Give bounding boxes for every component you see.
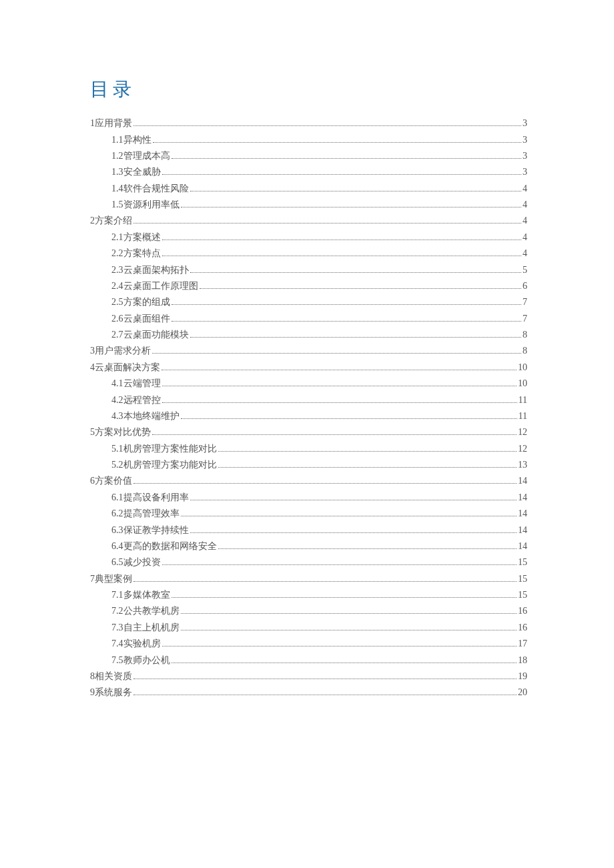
toc-entry[interactable]: 6方案价值14 bbox=[90, 473, 527, 489]
toc-entry-page: 16 bbox=[518, 606, 527, 616]
toc-entry-page: 14 bbox=[518, 526, 527, 535]
toc-entry-page: 16 bbox=[518, 623, 527, 632]
toc-entry-label: 7.1多媒体教室 bbox=[111, 590, 170, 600]
toc-entry-page: 4 bbox=[523, 233, 527, 242]
toc-dots bbox=[181, 510, 517, 516]
toc-entry-label: 6.3保证教学持续性 bbox=[111, 526, 189, 535]
toc-dots bbox=[172, 592, 517, 598]
toc-entry[interactable]: 1.3安全威胁3 bbox=[90, 164, 527, 180]
toc-entry-label: 2.4云桌面工作原理图 bbox=[111, 282, 198, 291]
toc-entry[interactable]: 5.2机房管理方案功能对比13 bbox=[90, 457, 527, 473]
toc-entry[interactable]: 6.5减少投资15 bbox=[90, 554, 527, 570]
toc-entry-label: 1.5资源利用率低 bbox=[111, 200, 180, 209]
toc-entry[interactable]: 7.1多媒体教室15 bbox=[90, 587, 527, 603]
toc-dots bbox=[133, 673, 517, 679]
toc-dots bbox=[172, 315, 522, 321]
toc-dots bbox=[162, 640, 517, 646]
toc-dots bbox=[133, 218, 521, 224]
toc-entry-page: 3 bbox=[523, 119, 527, 128]
toc-dots bbox=[218, 462, 517, 468]
toc-entry-label: 2.7云桌面功能模块 bbox=[111, 330, 189, 340]
toc-entry-page: 3 bbox=[523, 167, 527, 177]
toc-dots bbox=[172, 153, 522, 159]
toc-entry-label: 4云桌面解决方案 bbox=[90, 363, 160, 372]
toc-entry-label: 7典型案例 bbox=[90, 574, 132, 584]
toc-entry[interactable]: 5方案对比优势12 bbox=[90, 424, 527, 440]
toc-entry[interactable]: 7.5教师办公机18 bbox=[90, 652, 527, 668]
toc-entry[interactable]: 1.2管理成本高3 bbox=[90, 148, 527, 164]
toc-entry[interactable]: 4.3本地终端维护11 bbox=[90, 408, 527, 424]
toc-entry-page: 10 bbox=[518, 363, 527, 372]
toc-entry[interactable]: 2方案介绍4 bbox=[90, 213, 527, 229]
toc-entry[interactable]: 6.4更高的数据和网络安全14 bbox=[90, 538, 527, 554]
toc-entry-page: 17 bbox=[518, 639, 527, 648]
toc-entry-label: 7.3自主上机机房 bbox=[111, 623, 180, 632]
toc-dots bbox=[162, 250, 522, 256]
toc-entry[interactable]: 7.3自主上机机房16 bbox=[90, 620, 527, 636]
toc-entry[interactable]: 6.3保证教学持续性14 bbox=[90, 522, 527, 538]
toc-entry[interactable]: 7典型案例15 bbox=[90, 571, 527, 587]
toc-entry-page: 18 bbox=[518, 656, 527, 665]
toc-dots bbox=[133, 689, 517, 695]
toc-entry-label: 2.6云桌面组件 bbox=[111, 314, 170, 324]
toc-dots bbox=[218, 543, 517, 549]
toc-entry[interactable]: 6.2提高管理效率14 bbox=[90, 506, 527, 522]
toc-entry[interactable]: 5.1机房管理方案性能对比12 bbox=[90, 441, 527, 457]
toc-entry-label: 1.1异构性 bbox=[111, 135, 151, 145]
toc-entry-label: 1.3安全威胁 bbox=[111, 167, 161, 177]
toc-entry-label: 2.2方案特点 bbox=[111, 249, 161, 258]
toc-entry[interactable]: 2.4云桌面工作原理图6 bbox=[90, 278, 527, 294]
toc-entry[interactable]: 3用户需求分析8 bbox=[90, 343, 527, 359]
toc-entry[interactable]: 4云桌面解决方案10 bbox=[90, 360, 527, 376]
toc-dots bbox=[172, 299, 522, 305]
toc-entry[interactable]: 7.4实验机房17 bbox=[90, 636, 527, 652]
toc-entry[interactable]: 9系统服务20 bbox=[90, 685, 527, 701]
toc-entry[interactable]: 1.4软件合规性风险4 bbox=[90, 181, 527, 197]
toc-entry[interactable]: 2.7云桌面功能模块8 bbox=[90, 327, 527, 343]
toc-entry-page: 15 bbox=[518, 558, 527, 567]
toc-entry-page: 14 bbox=[518, 493, 527, 502]
toc-dots bbox=[190, 526, 517, 532]
toc-entry-page: 4 bbox=[523, 216, 527, 226]
toc-entry-page: 12 bbox=[518, 444, 527, 454]
toc-dots bbox=[133, 120, 521, 126]
toc-entry-label: 7.4实验机房 bbox=[111, 639, 161, 648]
toc-entry[interactable]: 2.3云桌面架构拓扑5 bbox=[90, 262, 527, 278]
toc-entry[interactable]: 2.5方案的组成7 bbox=[90, 294, 527, 310]
toc-entry-page: 4 bbox=[523, 200, 527, 209]
toc-entry-label: 4.3本地终端维护 bbox=[111, 412, 180, 421]
toc-entry-page: 8 bbox=[523, 330, 527, 340]
toc-entry[interactable]: 4.1云端管理10 bbox=[90, 376, 527, 392]
toc-entry-label: 2.5方案的组成 bbox=[111, 298, 170, 307]
toc-dots bbox=[172, 657, 517, 663]
toc-dots bbox=[200, 283, 522, 289]
toc-entry-label: 6.2提高管理效率 bbox=[111, 509, 180, 518]
toc-entry-page: 12 bbox=[518, 428, 527, 437]
toc-entry-page: 13 bbox=[518, 460, 527, 470]
toc-entry-label: 5.1机房管理方案性能对比 bbox=[111, 444, 217, 454]
toc-entry-label: 5方案对比优势 bbox=[90, 428, 151, 437]
toc-entry-page: 10 bbox=[518, 379, 527, 388]
toc-entry[interactable]: 1.1异构性3 bbox=[90, 131, 527, 147]
toc-entry[interactable]: 4.2远程管控11 bbox=[90, 392, 527, 408]
toc-entry[interactable]: 7.2公共教学机房16 bbox=[90, 603, 527, 619]
toc-entry-label: 6方案价值 bbox=[90, 476, 132, 486]
toc-entry-page: 14 bbox=[518, 542, 527, 551]
toc-entry-label: 2方案介绍 bbox=[90, 216, 132, 226]
toc-entry[interactable]: 2.1方案概述4 bbox=[90, 230, 527, 246]
toc-dots bbox=[133, 478, 517, 484]
toc-entry[interactable]: 2.6云桌面组件7 bbox=[90, 311, 527, 327]
toc-dots bbox=[162, 396, 517, 402]
toc-entry[interactable]: 1应用背景3 bbox=[90, 115, 527, 131]
toc-entry-label: 6.5减少投资 bbox=[111, 558, 161, 567]
toc-entry-page: 4 bbox=[523, 184, 527, 193]
toc-entry[interactable]: 1.5资源利用率低4 bbox=[90, 197, 527, 213]
toc-dots bbox=[190, 266, 522, 272]
toc-entry-label: 1.4软件合规性风险 bbox=[111, 184, 189, 193]
toc-entry[interactable]: 2.2方案特点4 bbox=[90, 246, 527, 262]
toc-entry-label: 7.2公共教学机房 bbox=[111, 606, 180, 616]
toc-entry[interactable]: 6.1提高设备利用率14 bbox=[90, 490, 527, 506]
toc-entry-page: 7 bbox=[523, 298, 527, 307]
toc-entry-page: 19 bbox=[518, 672, 527, 681]
toc-entry[interactable]: 8相关资质19 bbox=[90, 669, 527, 685]
